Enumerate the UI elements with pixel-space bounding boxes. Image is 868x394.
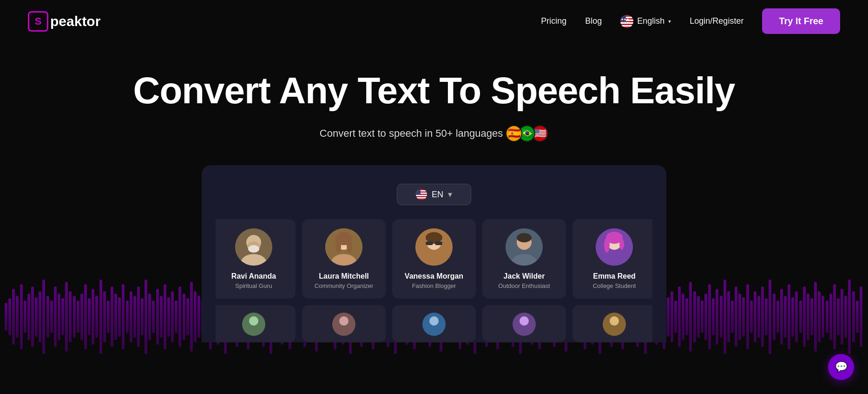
logo[interactable]: S peaktor xyxy=(28,11,100,32)
svg-point-24 xyxy=(347,240,352,253)
spain-flag-icon: 🇪🇸 xyxy=(506,125,522,142)
laura-role: Community Organizer xyxy=(309,282,378,289)
voice-cards-grid: Ravi Ananda Spiritual Guru xyxy=(216,219,652,299)
voice-card-ravi[interactable]: Ravi Ananda Spiritual Guru xyxy=(216,219,296,299)
voice-card-jack[interactable]: Jack Wilder Outdoor Enthusiast xyxy=(482,219,566,299)
dropdown-flag-icon xyxy=(416,189,427,200)
blog-link[interactable]: Blog xyxy=(585,16,602,26)
voice-card-laura[interactable]: Laura Mitchell Community Organizer xyxy=(302,219,386,299)
ravi-name: Ravi Ananda xyxy=(219,272,288,280)
svg-point-40 xyxy=(604,238,610,253)
svg-point-43 xyxy=(249,316,258,326)
nav-links: Pricing Blog ★★★ ★★★ English ▾ Login/Reg… xyxy=(541,8,840,34)
svg-point-47 xyxy=(429,316,439,326)
login-register-link[interactable]: Login/Register xyxy=(690,16,743,26)
chat-icon: 💬 xyxy=(835,361,848,373)
partial-card-5[interactable] xyxy=(572,305,652,342)
svg-point-18 xyxy=(248,245,259,253)
dropdown-lang-label: EN xyxy=(432,190,443,200)
partial-card-4[interactable] xyxy=(482,305,566,342)
svg-rect-12 xyxy=(416,197,427,199)
svg-point-41 xyxy=(619,239,624,250)
svg-rect-11 xyxy=(416,195,427,196)
jack-role: Outdoor Enthusiast xyxy=(490,282,559,289)
voice-card-vanessa[interactable]: Vanessa Morgan Fashion Blogger xyxy=(392,219,476,299)
svg-point-49 xyxy=(519,316,529,326)
laura-name: Laura Mitchell xyxy=(309,272,378,280)
vanessa-name: Vanessa Morgan xyxy=(400,272,468,280)
language-label: English xyxy=(637,16,664,26)
try-it-free-button[interactable]: Try It Free xyxy=(762,8,840,34)
jack-name: Jack Wilder xyxy=(490,272,559,280)
svg-rect-4 xyxy=(620,25,633,27)
partial-card-1[interactable] xyxy=(216,305,296,342)
subtitle-text: Convert text to speech in 50+ languages xyxy=(320,127,503,140)
logo-text: peaktor xyxy=(50,13,100,29)
vanessa-avatar xyxy=(415,228,453,266)
svg-point-51 xyxy=(610,316,619,326)
pricing-link[interactable]: Pricing xyxy=(541,16,566,26)
ravi-role: Spiritual Guru xyxy=(219,282,288,289)
chat-bubble-button[interactable]: 💬 xyxy=(828,354,854,380)
emma-name: Emma Reed xyxy=(580,272,649,280)
emma-role: College Student xyxy=(580,282,649,289)
partial-card-3[interactable] xyxy=(392,305,476,342)
voice-cards-row2 xyxy=(216,305,652,342)
app-mockup: EN ▾ xyxy=(202,165,666,342)
hero-section: Convert Any Text To Speech Easily Conver… xyxy=(0,42,868,342)
svg-text:★★★: ★★★ xyxy=(621,18,629,21)
emma-avatar xyxy=(596,228,633,266)
partial-card-2[interactable] xyxy=(302,305,386,342)
svg-rect-13 xyxy=(416,189,421,195)
dropdown-chevron-icon: ▾ xyxy=(448,189,452,200)
svg-point-23 xyxy=(335,240,341,253)
chevron-down-icon: ▾ xyxy=(668,18,671,25)
voice-card-emma[interactable]: Emma Reed College Student xyxy=(572,219,652,299)
vanessa-role: Fashion Blogger xyxy=(400,282,468,289)
svg-point-45 xyxy=(339,316,349,326)
svg-rect-30 xyxy=(435,241,442,245)
laura-avatar xyxy=(325,228,362,266)
us-flag-icon: ★★★ ★★★ xyxy=(620,15,633,28)
language-flags: 🇪🇸 🇧🇷 🇺🇸 xyxy=(509,125,548,142)
logo-box: S xyxy=(28,11,48,32)
hero-subtitle: Convert text to speech in 50+ languages … xyxy=(9,125,859,142)
svg-text:★★★: ★★★ xyxy=(621,21,629,24)
lang-dropdown-container: EN ▾ xyxy=(397,184,471,205)
lang-dropdown-button[interactable]: EN ▾ xyxy=(397,184,471,205)
language-selector[interactable]: ★★★ ★★★ English ▾ xyxy=(620,15,671,28)
svg-point-35 xyxy=(517,233,532,242)
hero-title: Convert Any Text To Speech Easily xyxy=(9,70,859,111)
jack-avatar xyxy=(506,228,543,266)
svg-rect-29 xyxy=(426,241,433,245)
ravi-avatar xyxy=(235,228,272,266)
